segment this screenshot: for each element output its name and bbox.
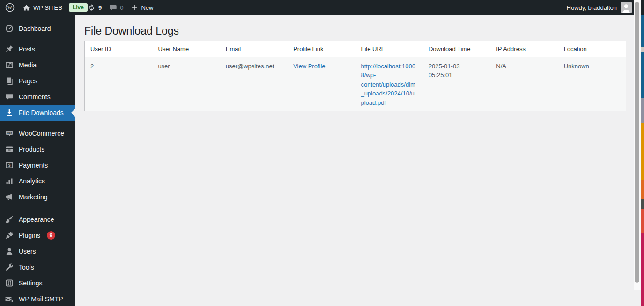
home-icon bbox=[22, 4, 30, 12]
sidebar-item-plugins[interactable]: Plugins 9 bbox=[0, 227, 75, 243]
download-logs-table-card: User ID User Name Email Profile Link Fil… bbox=[84, 41, 626, 111]
sidebar-item-comments[interactable]: Comments bbox=[0, 89, 75, 105]
plugins-update-badge: 9 bbox=[47, 231, 55, 240]
active-item-arrow bbox=[71, 109, 75, 117]
wordpress-logo-icon: W bbox=[5, 2, 15, 13]
sidebar-item-woocommerce[interactable]: Woo WooCommerce bbox=[0, 125, 75, 141]
sidebar-item-label: File Downloads bbox=[19, 109, 64, 117]
sidebar-item-label: Plugins bbox=[19, 232, 40, 239]
cell-download-time: 2025-01-03 05:25:01 bbox=[423, 57, 490, 111]
sidebar-item-file-downloads[interactable]: File Downloads bbox=[0, 105, 75, 121]
user-avatar[interactable] bbox=[621, 2, 632, 13]
comments-button[interactable]: 0 bbox=[109, 4, 123, 12]
sidebar-item-dashboard[interactable]: Dashboard bbox=[0, 21, 75, 36]
sidebar-item-label: Appearance bbox=[19, 216, 54, 223]
page-title: File Download Logs bbox=[84, 24, 179, 38]
sidebar-item-tools[interactable]: Tools bbox=[0, 259, 75, 275]
sidebar-item-label: Posts bbox=[19, 45, 35, 53]
col-user-id: User ID bbox=[85, 41, 152, 57]
table-row: 2 user user@wpsites.net View Profile htt… bbox=[85, 57, 626, 111]
comment-bubble-icon bbox=[109, 4, 117, 12]
cell-email: user@wpsites.net bbox=[220, 57, 288, 111]
bar-chart-icon bbox=[5, 176, 14, 186]
refresh-icon bbox=[88, 4, 96, 12]
col-ip-address: IP Address bbox=[490, 41, 558, 57]
svg-text:Woo: Woo bbox=[7, 131, 12, 134]
col-user-name: User Name bbox=[152, 41, 220, 57]
sidebar-item-users[interactable]: Users bbox=[0, 243, 75, 259]
svg-text:W: W bbox=[7, 5, 12, 10]
comments-count: 0 bbox=[120, 4, 123, 11]
download-logs-table: User ID User Name Email Profile Link Fil… bbox=[85, 41, 626, 111]
wrench-icon bbox=[5, 262, 14, 272]
wordpress-menu-button[interactable]: W bbox=[5, 2, 15, 13]
updates-button[interactable]: 9 bbox=[88, 4, 102, 12]
main-content: File Download Logs User ID User Name Ema… bbox=[75, 15, 644, 306]
sidebar-item-appearance[interactable]: Appearance bbox=[0, 211, 75, 227]
plus-icon bbox=[131, 4, 138, 11]
new-label: New bbox=[141, 4, 153, 11]
user-icon bbox=[5, 247, 14, 256]
new-content-button[interactable]: New bbox=[131, 4, 153, 11]
admin-sidebar: Dashboard Posts Media Pages Comments Fil… bbox=[0, 15, 75, 306]
sidebar-item-label: Comments bbox=[19, 93, 51, 101]
cell-ip-address: N/A bbox=[490, 57, 558, 111]
pushpin-icon bbox=[5, 44, 14, 54]
sidebar-item-posts[interactable]: Posts bbox=[0, 41, 75, 57]
col-file-url: File URL bbox=[355, 41, 423, 57]
site-name: WP SITES bbox=[33, 4, 62, 11]
media-icon bbox=[5, 60, 14, 70]
plugin-icon bbox=[5, 231, 14, 240]
megaphone-icon bbox=[5, 192, 14, 202]
comment-icon bbox=[5, 92, 14, 102]
howdy-account-link[interactable]: Howdy, braddalton bbox=[567, 4, 617, 11]
background-window-edge bbox=[641, 0, 644, 306]
sidebar-item-label: Media bbox=[19, 61, 37, 69]
col-download-time: Download Time bbox=[423, 41, 490, 57]
pages-icon bbox=[5, 76, 14, 86]
dashboard-icon bbox=[5, 24, 14, 33]
page-scrollbar-thumb[interactable] bbox=[635, 2, 639, 283]
view-profile-link[interactable]: View Profile bbox=[293, 63, 325, 70]
products-icon bbox=[5, 145, 14, 154]
sidebar-item-label: WP Mail SMTP bbox=[19, 295, 63, 303]
updates-count: 9 bbox=[98, 4, 102, 11]
sidebar-item-settings[interactable]: Settings bbox=[0, 275, 75, 291]
cell-file-url: http://localhost:10008/wp-content/upload… bbox=[355, 57, 423, 111]
sidebar-item-products[interactable]: Products bbox=[0, 141, 75, 157]
col-location: Location bbox=[558, 41, 626, 57]
table-header-row: User ID User Name Email Profile Link Fil… bbox=[85, 41, 626, 57]
col-email: Email bbox=[220, 41, 288, 57]
cell-user-id: 2 bbox=[85, 57, 152, 111]
sidebar-item-label: Pages bbox=[19, 77, 37, 85]
col-profile-link: Profile Link bbox=[288, 41, 355, 57]
sidebar-item-label: Products bbox=[19, 146, 44, 153]
live-badge: Live bbox=[69, 3, 88, 12]
sidebar-item-label: Analytics bbox=[19, 177, 45, 185]
sidebar-item-label: Dashboard bbox=[19, 25, 51, 32]
settings-icon bbox=[5, 278, 14, 288]
payments-icon: $ bbox=[5, 160, 14, 170]
page-scrollbar-track[interactable] bbox=[634, 0, 641, 290]
cell-user-name: user bbox=[152, 57, 220, 111]
site-name-link[interactable]: WP SITES bbox=[22, 4, 62, 12]
sidebar-item-label: Tools bbox=[19, 263, 34, 271]
sidebar-item-label: Users bbox=[19, 248, 36, 255]
sidebar-item-media[interactable]: Media bbox=[0, 57, 75, 73]
sidebar-item-label: Marketing bbox=[19, 193, 47, 201]
cell-profile-link: View Profile bbox=[288, 57, 355, 111]
sidebar-item-label: WooCommerce bbox=[19, 130, 64, 137]
sidebar-item-label: Payments bbox=[19, 161, 48, 169]
sidebar-item-pages[interactable]: Pages bbox=[0, 73, 75, 89]
sidebar-item-marketing[interactable]: Marketing bbox=[0, 189, 75, 205]
paintbrush-icon bbox=[5, 215, 14, 224]
cell-location: Unknown bbox=[558, 57, 626, 111]
file-url-link[interactable]: http://localhost:10008/wp-content/upload… bbox=[361, 63, 415, 106]
sidebar-item-analytics[interactable]: Analytics bbox=[0, 173, 75, 189]
download-icon bbox=[5, 108, 14, 117]
woocommerce-icon: Woo bbox=[5, 129, 14, 138]
svg-text:$: $ bbox=[8, 163, 10, 168]
sidebar-item-label: Settings bbox=[19, 279, 43, 287]
sidebar-item-payments[interactable]: $ Payments bbox=[0, 157, 75, 173]
sidebar-item-wp-mail-smtp[interactable]: WP Mail SMTP bbox=[0, 291, 75, 306]
